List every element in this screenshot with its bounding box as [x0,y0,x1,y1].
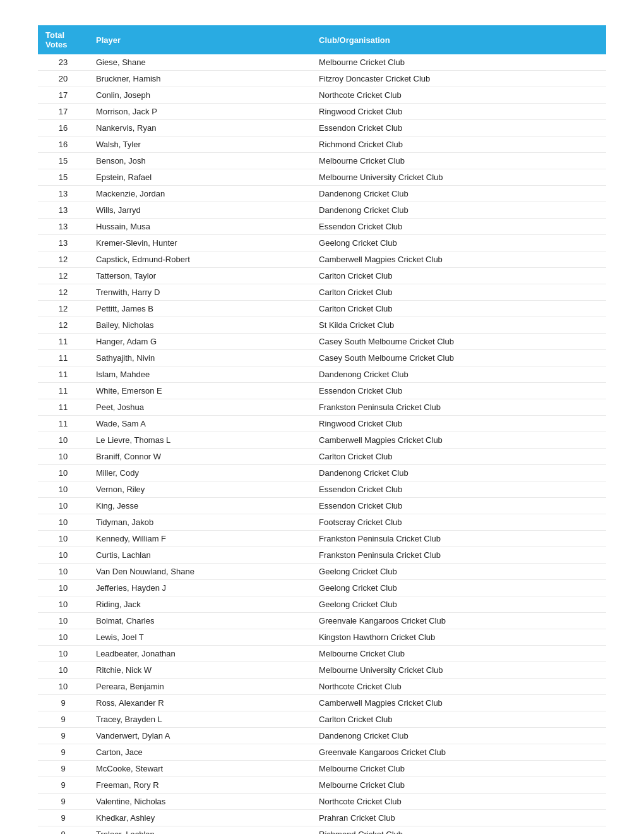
cell-votes: 12 [38,317,88,334]
cell-votes: 17 [38,104,88,120]
table-row: 13Wills, JarrydDandenong Cricket Club [38,202,606,219]
cell-club: Geelong Cricket Club [311,564,606,580]
cell-player: Capstick, Edmund-Robert [88,251,311,268]
cell-club: Essendon Cricket Club [311,498,606,514]
cell-player: Freeman, Rory R [88,777,311,794]
table-row: 9Freeman, Rory RMelbourne Cricket Club [38,777,606,794]
cell-player: Braniff, Connor W [88,449,311,465]
table-row: 17Morrison, Jack PRingwood Cricket Club [38,104,606,120]
table-row: 12Bailey, NicholasSt Kilda Cricket Club [38,317,606,334]
cell-votes: 16 [38,136,88,153]
cell-club: Footscray Cricket Club [311,514,606,531]
cell-votes: 23 [38,54,88,71]
cell-club: Greenvale Kangaroos Cricket Club [311,613,606,629]
cell-player: Carton, Jace [88,744,311,761]
cell-votes: 13 [38,235,88,251]
cell-player: Pettitt, James B [88,301,311,317]
cell-votes: 10 [38,481,88,498]
table-row: 9Vanderwert, Dylan ADandenong Cricket Cl… [38,728,606,744]
cell-votes: 10 [38,596,88,613]
table-row: 10Kennedy, William FFrankston Peninsula … [38,531,606,547]
cell-player: Islam, Mahdee [88,366,311,383]
table-row: 9Treloar, LachlanRichmond Cricket Club [38,826,606,835]
table-row: 10Leadbeater, JonathanMelbourne Cricket … [38,646,606,662]
cell-player: Ritchie, Nick W [88,662,311,679]
table-row: 20Bruckner, HamishFitzroy Doncaster Cric… [38,71,606,87]
cell-club: Carlton Cricket Club [311,449,606,465]
table-row: 10Le Lievre, Thomas LCamberwell Magpies … [38,432,606,449]
cell-player: Le Lievre, Thomas L [88,432,311,449]
table-row: 11Peet, JoshuaFrankston Peninsula Cricke… [38,399,606,416]
cell-player: Leadbeater, Jonathan [88,646,311,662]
cell-club: Casey South Melbourne Cricket Club [311,334,606,350]
cell-votes: 11 [38,416,88,432]
table-row: 12Trenwith, Harry DCarlton Cricket Club [38,284,606,301]
cell-votes: 12 [38,251,88,268]
table-row: 10Van Den Nouwland, ShaneGeelong Cricket… [38,564,606,580]
cell-club: Melbourne University Cricket Club [311,662,606,679]
table-row: 16Walsh, TylerRichmond Cricket Club [38,136,606,153]
cell-club: Essendon Cricket Club [311,219,606,235]
table-row: 11Sathyajith, NivinCasey South Melbourne… [38,350,606,366]
table-row: 10Bolmat, CharlesGreenvale Kangaroos Cri… [38,613,606,629]
cell-club: Dandenong Cricket Club [311,366,606,383]
cell-club: Ringwood Cricket Club [311,104,606,120]
table-row: 17Conlin, JosephNorthcote Cricket Club [38,87,606,104]
table-row: 23Giese, ShaneMelbourne Cricket Club [38,54,606,71]
cell-club: Dandenong Cricket Club [311,186,606,202]
cell-club: Geelong Cricket Club [311,580,606,596]
cell-club: Geelong Cricket Club [311,596,606,613]
cell-club: Dandenong Cricket Club [311,728,606,744]
cell-votes: 9 [38,744,88,761]
table-row: 10Pereara, BenjaminNorthcote Cricket Clu… [38,679,606,695]
cell-votes: 10 [38,613,88,629]
table-row: 9Ross, Alexander RCamberwell Magpies Cri… [38,695,606,711]
table-row: 11White, Emerson EEssendon Cricket Club [38,383,606,399]
cell-player: Wills, Jarryd [88,202,311,219]
cell-club: Melbourne University Cricket Club [311,169,606,186]
cell-player: McCooke, Stewart [88,761,311,777]
cell-votes: 9 [38,711,88,728]
cell-club: Frankston Peninsula Cricket Club [311,399,606,416]
cell-club: Dandenong Cricket Club [311,202,606,219]
table-row: 11Wade, Sam ARingwood Cricket Club [38,416,606,432]
table-row: 10Tidyman, JakobFootscray Cricket Club [38,514,606,531]
cell-club: Melbourne Cricket Club [311,761,606,777]
cell-votes: 15 [38,169,88,186]
cell-votes: 9 [38,761,88,777]
table-row: 15Epstein, RafaelMelbourne University Cr… [38,169,606,186]
cell-club: Carlton Cricket Club [311,284,606,301]
table-row: 13Kremer-Slevin, HunterGeelong Cricket C… [38,235,606,251]
cell-club: Camberwell Magpies Cricket Club [311,695,606,711]
cell-club: Essendon Cricket Club [311,120,606,136]
cell-votes: 10 [38,679,88,695]
header-club: Club/Organisation [311,25,606,54]
cell-club: Prahran Cricket Club [311,810,606,826]
cell-club: Northcote Cricket Club [311,794,606,810]
cell-club: St Kilda Cricket Club [311,317,606,334]
table-row: 15Benson, JoshMelbourne Cricket Club [38,153,606,169]
table-row: 10Vernon, RileyEssendon Cricket Club [38,481,606,498]
cell-player: Ross, Alexander R [88,695,311,711]
cell-player: Kennedy, William F [88,531,311,547]
table-row: 12Tatterson, TaylorCarlton Cricket Club [38,268,606,284]
table-row: 16Nankervis, RyanEssendon Cricket Club [38,120,606,136]
cell-player: Benson, Josh [88,153,311,169]
cell-votes: 12 [38,284,88,301]
cell-club: Melbourne Cricket Club [311,646,606,662]
cell-player: Tidyman, Jakob [88,514,311,531]
cell-votes: 11 [38,334,88,350]
cell-votes: 9 [38,728,88,744]
cell-club: Frankston Peninsula Cricket Club [311,547,606,564]
cell-votes: 9 [38,777,88,794]
cell-player: Conlin, Joseph [88,87,311,104]
cell-votes: 10 [38,547,88,564]
table-row: 10Miller, CodyDandenong Cricket Club [38,465,606,481]
cell-votes: 10 [38,449,88,465]
table-row: 11Hanger, Adam GCasey South Melbourne Cr… [38,334,606,350]
cell-player: Bailey, Nicholas [88,317,311,334]
table-row: 10Braniff, Connor WCarlton Cricket Club [38,449,606,465]
table-row: 13Hussain, MusaEssendon Cricket Club [38,219,606,235]
main-container: TotalVotes Player Club/Organisation 23Gi… [38,25,606,834]
cell-votes: 9 [38,695,88,711]
